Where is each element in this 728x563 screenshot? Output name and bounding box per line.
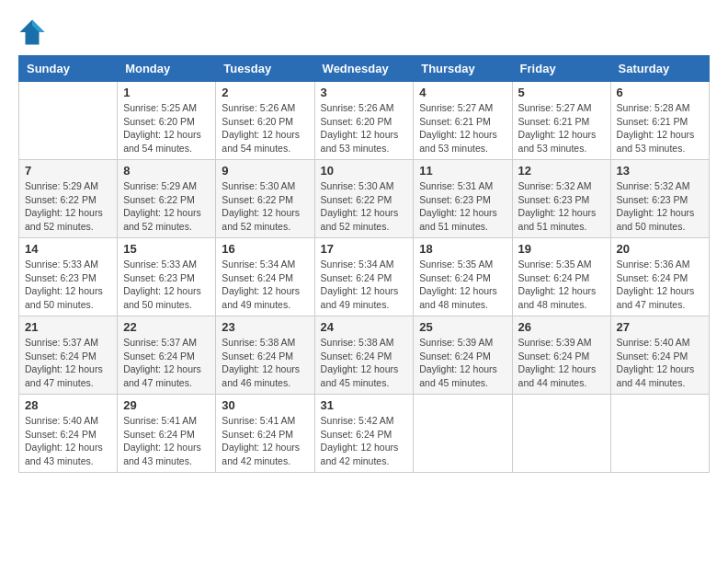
calendar-cell: 26Sunrise: 5:39 AMSunset: 6:24 PMDayligh… [512,316,610,395]
day-info: Sunrise: 5:37 AMSunset: 6:24 PMDaylight:… [123,336,210,390]
day-number: 30 [222,398,308,412]
calendar-cell [610,395,709,473]
day-number: 1 [123,86,210,99]
day-info: Sunrise: 5:38 AMSunset: 6:24 PMDaylight:… [321,336,408,390]
day-number: 18 [419,242,506,256]
calendar-table: SundayMondayTuesdayWednesdayThursdayFrid… [18,55,710,473]
day-info: Sunrise: 5:36 AMSunset: 6:24 PMDaylight:… [617,258,703,312]
week-row-2: 7Sunrise: 5:29 AMSunset: 6:22 PMDaylight… [19,160,710,238]
calendar-cell: 10Sunrise: 5:30 AMSunset: 6:22 PMDayligh… [314,160,414,238]
day-info: Sunrise: 5:42 AMSunset: 6:24 PMDaylight:… [321,414,408,468]
calendar-cell [414,395,512,473]
logo [18,18,50,46]
calendar-cell: 28Sunrise: 5:40 AMSunset: 6:24 PMDayligh… [19,395,118,473]
week-row-1: 1Sunrise: 5:25 AMSunset: 6:20 PMDaylight… [19,82,710,160]
day-number: 15 [123,242,210,256]
calendar-cell: 1Sunrise: 5:25 AMSunset: 6:20 PMDaylight… [118,82,216,160]
header [18,18,710,46]
day-number: 9 [222,164,308,178]
day-number: 11 [419,164,506,178]
day-number: 8 [123,164,210,178]
calendar-cell: 29Sunrise: 5:41 AMSunset: 6:24 PMDayligh… [118,395,216,473]
day-number: 17 [321,242,408,256]
calendar-cell: 25Sunrise: 5:39 AMSunset: 6:24 PMDayligh… [414,316,512,395]
calendar-cell: 19Sunrise: 5:35 AMSunset: 6:24 PMDayligh… [512,238,610,316]
day-info: Sunrise: 5:31 AMSunset: 6:23 PMDaylight:… [419,179,506,234]
day-header-monday: Monday [118,56,216,82]
day-number: 12 [518,164,605,178]
day-number: 7 [25,164,111,178]
day-number: 22 [123,320,210,334]
day-header-tuesday: Tuesday [216,56,314,82]
day-number: 2 [222,86,308,99]
calendar-cell: 9Sunrise: 5:30 AMSunset: 6:22 PMDaylight… [216,160,314,238]
day-number: 21 [25,320,111,334]
day-number: 23 [222,320,308,334]
day-info: Sunrise: 5:39 AMSunset: 6:24 PMDaylight:… [419,336,506,390]
day-info: Sunrise: 5:40 AMSunset: 6:24 PMDaylight:… [25,414,111,468]
day-info: Sunrise: 5:33 AMSunset: 6:23 PMDaylight:… [25,258,111,312]
day-info: Sunrise: 5:29 AMSunset: 6:22 PMDaylight:… [123,179,210,234]
day-info: Sunrise: 5:26 AMSunset: 6:20 PMDaylight:… [321,101,408,155]
day-info: Sunrise: 5:33 AMSunset: 6:23 PMDaylight:… [123,258,210,312]
day-number: 20 [617,242,703,256]
calendar-cell: 12Sunrise: 5:32 AMSunset: 6:23 PMDayligh… [512,160,610,238]
day-header-saturday: Saturday [610,56,709,82]
day-header-sunday: Sunday [19,56,118,82]
week-row-4: 21Sunrise: 5:37 AMSunset: 6:24 PMDayligh… [19,316,710,395]
day-number: 5 [518,86,605,99]
day-number: 28 [25,398,111,412]
day-number: 14 [25,242,111,256]
day-info: Sunrise: 5:27 AMSunset: 6:21 PMDaylight:… [419,101,506,155]
day-number: 4 [419,86,506,99]
calendar-cell: 16Sunrise: 5:34 AMSunset: 6:24 PMDayligh… [216,238,314,316]
calendar-cell: 27Sunrise: 5:40 AMSunset: 6:24 PMDayligh… [610,316,709,395]
day-info: Sunrise: 5:35 AMSunset: 6:24 PMDaylight:… [419,258,506,312]
day-info: Sunrise: 5:41 AMSunset: 6:24 PMDaylight:… [123,414,210,468]
day-info: Sunrise: 5:40 AMSunset: 6:24 PMDaylight:… [617,336,703,390]
calendar-cell [19,82,118,160]
day-number: 19 [518,242,605,256]
logo-icon [18,18,46,46]
day-info: Sunrise: 5:27 AMSunset: 6:21 PMDaylight:… [518,101,605,155]
day-number: 27 [617,320,703,334]
calendar-cell: 4Sunrise: 5:27 AMSunset: 6:21 PMDaylight… [414,82,512,160]
calendar-header-row: SundayMondayTuesdayWednesdayThursdayFrid… [19,56,710,82]
day-number: 24 [321,320,408,334]
day-info: Sunrise: 5:30 AMSunset: 6:22 PMDaylight:… [222,179,308,234]
calendar-cell: 6Sunrise: 5:28 AMSunset: 6:21 PMDaylight… [610,82,709,160]
calendar-cell: 3Sunrise: 5:26 AMSunset: 6:20 PMDaylight… [314,82,414,160]
calendar-body: 1Sunrise: 5:25 AMSunset: 6:20 PMDaylight… [19,82,710,473]
day-info: Sunrise: 5:25 AMSunset: 6:20 PMDaylight:… [123,101,210,155]
calendar-cell: 14Sunrise: 5:33 AMSunset: 6:23 PMDayligh… [19,238,118,316]
day-info: Sunrise: 5:34 AMSunset: 6:24 PMDaylight:… [321,258,408,312]
day-number: 10 [321,164,408,178]
day-number: 29 [123,398,210,412]
day-info: Sunrise: 5:41 AMSunset: 6:24 PMDaylight:… [222,414,308,468]
day-info: Sunrise: 5:28 AMSunset: 6:21 PMDaylight:… [617,101,703,155]
day-info: Sunrise: 5:38 AMSunset: 6:24 PMDaylight:… [222,336,308,390]
day-info: Sunrise: 5:32 AMSunset: 6:23 PMDaylight:… [518,179,605,234]
week-row-5: 28Sunrise: 5:40 AMSunset: 6:24 PMDayligh… [19,395,710,473]
day-info: Sunrise: 5:37 AMSunset: 6:24 PMDaylight:… [25,336,111,390]
calendar-cell: 7Sunrise: 5:29 AMSunset: 6:22 PMDaylight… [19,160,118,238]
calendar-cell: 8Sunrise: 5:29 AMSunset: 6:22 PMDaylight… [118,160,216,238]
calendar-cell: 22Sunrise: 5:37 AMSunset: 6:24 PMDayligh… [118,316,216,395]
week-row-3: 14Sunrise: 5:33 AMSunset: 6:23 PMDayligh… [19,238,710,316]
day-number: 26 [518,320,605,334]
day-number: 16 [222,242,308,256]
day-info: Sunrise: 5:35 AMSunset: 6:24 PMDaylight:… [518,258,605,312]
calendar-cell: 23Sunrise: 5:38 AMSunset: 6:24 PMDayligh… [216,316,314,395]
calendar-cell: 20Sunrise: 5:36 AMSunset: 6:24 PMDayligh… [610,238,709,316]
day-number: 13 [617,164,703,178]
day-info: Sunrise: 5:34 AMSunset: 6:24 PMDaylight:… [222,258,308,312]
day-info: Sunrise: 5:30 AMSunset: 6:22 PMDaylight:… [321,179,408,234]
day-header-friday: Friday [512,56,610,82]
day-info: Sunrise: 5:26 AMSunset: 6:20 PMDaylight:… [222,101,308,155]
calendar-cell: 11Sunrise: 5:31 AMSunset: 6:23 PMDayligh… [414,160,512,238]
calendar-cell: 30Sunrise: 5:41 AMSunset: 6:24 PMDayligh… [216,395,314,473]
calendar-cell: 13Sunrise: 5:32 AMSunset: 6:23 PMDayligh… [610,160,709,238]
day-number: 25 [419,320,506,334]
calendar-cell: 31Sunrise: 5:42 AMSunset: 6:24 PMDayligh… [314,395,414,473]
day-info: Sunrise: 5:29 AMSunset: 6:22 PMDaylight:… [25,179,111,234]
